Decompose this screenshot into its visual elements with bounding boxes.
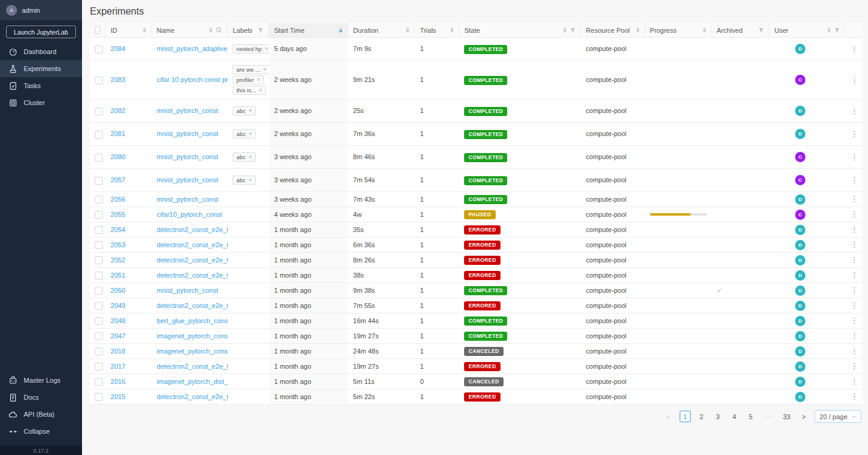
experiment-name-link[interactable]: bert_glue_pytorch_const — [157, 317, 228, 324]
row-actions-menu-icon[interactable]: ⋮ — [850, 106, 858, 115]
row-checkbox[interactable] — [95, 347, 103, 355]
row-checkbox[interactable] — [95, 256, 103, 264]
label-tag[interactable]: nested hp× — [233, 44, 269, 53]
experiment-id-link[interactable]: 2047 — [111, 332, 125, 340]
pagination-page-2[interactable]: 2 — [696, 411, 707, 422]
row-actions-menu-icon[interactable]: ⋮ — [850, 392, 858, 401]
experiment-id-link[interactable]: 2050 — [111, 287, 125, 294]
row-actions-menu-icon[interactable]: ⋮ — [850, 301, 858, 310]
column-header-duration[interactable]: Duration — [348, 23, 415, 38]
pagination-page-4[interactable]: 4 — [729, 411, 740, 422]
experiment-id-link[interactable]: 2056 — [111, 196, 125, 203]
select-all-checkbox[interactable] — [95, 26, 100, 34]
row-actions-menu-icon[interactable]: ⋮ — [850, 316, 858, 325]
row-checkbox[interactable] — [95, 131, 103, 139]
column-header-labels[interactable]: Labels — [228, 23, 269, 38]
sort-icon[interactable] — [827, 27, 831, 33]
experiment-id-link[interactable]: 2048 — [111, 317, 125, 324]
row-actions-menu-icon[interactable]: ⋮ — [850, 225, 858, 234]
pagination-page-33[interactable]: 33 — [781, 411, 793, 422]
sort-icon[interactable] — [703, 27, 706, 33]
label-tag[interactable]: abc× — [233, 129, 256, 139]
row-checkbox[interactable] — [95, 302, 103, 310]
experiment-name-link[interactable]: cifar 10 pytorch const profiler — [157, 76, 228, 83]
experiment-name-link[interactable]: cifar10_pytorch_const — [157, 211, 222, 218]
row-actions-menu-icon[interactable]: ⋮ — [850, 240, 858, 249]
row-checkbox[interactable] — [95, 317, 103, 325]
experiment-id-link[interactable]: 2080 — [111, 153, 125, 160]
tag-close-icon[interactable]: × — [259, 86, 262, 95]
experiment-name-link[interactable]: mnist_pytorch_const — [157, 153, 218, 160]
pagination-page-5[interactable]: 5 — [745, 411, 756, 422]
row-checkbox[interactable] — [95, 211, 103, 219]
experiment-name-link[interactable]: detectron2_const_e2e_tests — [157, 363, 228, 370]
row-checkbox[interactable] — [95, 393, 103, 401]
row-checkbox[interactable] — [95, 77, 103, 84]
tag-close-icon[interactable]: × — [248, 106, 251, 115]
filter-icon[interactable] — [258, 27, 264, 33]
sort-icon[interactable] — [636, 27, 640, 33]
row-actions-menu-icon[interactable]: ⋮ — [850, 361, 858, 371]
search-icon[interactable] — [216, 27, 222, 33]
label-tag[interactable]: this is...× — [233, 86, 265, 95]
column-header-progress[interactable]: Progress — [645, 23, 712, 38]
user-menu[interactable]: A admin — [0, 0, 82, 20]
experiment-id-link[interactable]: 2051 — [111, 272, 125, 279]
row-actions-menu-icon[interactable]: ⋮ — [850, 152, 858, 162]
pagination-page-1[interactable]: 1 — [680, 411, 691, 422]
experiment-name-link[interactable]: mnist_pytorch_const — [157, 130, 218, 137]
row-actions-menu-icon[interactable]: ⋮ — [850, 270, 858, 279]
row-actions-menu-icon[interactable]: ⋮ — [850, 176, 858, 185]
row-actions-menu-icon[interactable]: ⋮ — [850, 331, 858, 340]
sort-icon[interactable] — [143, 27, 146, 33]
label-tag[interactable]: abc× — [233, 106, 256, 115]
column-header-name[interactable]: Name — [152, 23, 228, 38]
tag-close-icon[interactable]: × — [248, 129, 251, 139]
label-tag[interactable]: are we ...× — [233, 65, 269, 74]
column-header-id[interactable]: ID — [106, 23, 152, 38]
sort-icon[interactable] — [339, 27, 343, 33]
experiment-name-link[interactable]: mnist_pytorch_const — [157, 196, 218, 203]
experiment-id-link[interactable]: 2054 — [111, 226, 125, 233]
experiment-id-link[interactable]: 2084 — [111, 45, 125, 52]
experiment-id-link[interactable]: 2082 — [111, 107, 125, 114]
experiment-name-link[interactable]: detectron2_const_e2e_tests — [157, 241, 228, 248]
sidebar-item-docs[interactable]: Docs — [0, 389, 82, 406]
experiment-id-link[interactable]: 2057 — [111, 176, 125, 183]
sort-icon[interactable] — [209, 27, 213, 33]
experiment-name-link[interactable]: detectron2_const_e2e_tests — [157, 226, 228, 233]
row-checkbox[interactable] — [95, 108, 103, 115]
experiment-id-link[interactable]: 2018 — [111, 347, 125, 355]
pagination-page-3[interactable]: 3 — [713, 411, 723, 422]
column-header-trials[interactable]: Trials — [415, 23, 459, 38]
experiment-id-link[interactable]: 2052 — [111, 256, 125, 264]
experiment-id-link[interactable]: 2017 — [111, 363, 125, 370]
row-checkbox[interactable] — [95, 363, 103, 371]
label-tag[interactable]: profiler× — [233, 75, 264, 84]
experiment-id-link[interactable]: 2081 — [111, 130, 125, 137]
sidebar-item-cluster[interactable]: Cluster — [0, 94, 82, 111]
tag-close-icon[interactable]: × — [248, 176, 251, 185]
experiment-name-link[interactable]: detectron2_const_e2e_tests — [157, 256, 228, 264]
label-tag[interactable]: abc× — [233, 176, 256, 185]
row-checkbox[interactable] — [95, 378, 103, 386]
filter-icon[interactable] — [570, 27, 576, 33]
sidebar-item-dashboard[interactable]: Dashboard — [0, 43, 82, 60]
row-checkbox[interactable] — [95, 154, 103, 162]
row-actions-menu-icon[interactable]: ⋮ — [850, 377, 858, 386]
column-header-resource-pool[interactable]: Resource Pool — [581, 23, 645, 38]
column-header-state[interactable]: State — [459, 23, 581, 38]
sort-icon[interactable] — [563, 27, 567, 33]
row-actions-menu-icon[interactable]: ⋮ — [850, 194, 858, 204]
row-actions-menu-icon[interactable]: ⋮ — [850, 255, 858, 264]
row-checkbox[interactable] — [95, 287, 103, 295]
pagination-ellipsis[interactable]: ··· — [762, 411, 775, 422]
experiment-name-link[interactable]: imagenet_pytorch_const_cifar — [157, 347, 228, 355]
row-actions-menu-icon[interactable]: ⋮ — [850, 75, 858, 84]
row-actions-menu-icon[interactable]: ⋮ — [850, 44, 858, 53]
experiment-name-link[interactable]: detectron2_const_e2e_tests — [157, 272, 228, 279]
row-checkbox[interactable] — [95, 46, 103, 53]
experiment-id-link[interactable]: 2016 — [111, 378, 125, 385]
tag-close-icon[interactable]: × — [248, 152, 251, 162]
experiment-name-link[interactable]: imagenet_pytorch_dist_cifar — [157, 378, 228, 385]
